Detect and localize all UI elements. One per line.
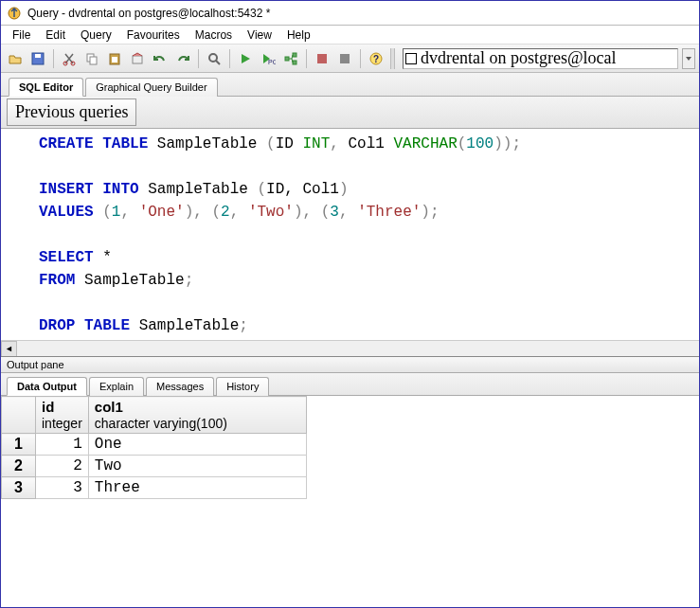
menu-edit[interactable]: Edit: [38, 27, 73, 44]
titlebar: Query - dvdrental on postgres@localhost:…: [1, 1, 699, 26]
result-grid[interactable]: id integer col1 character varying(100) 1…: [1, 396, 699, 607]
row-number[interactable]: 3: [2, 477, 36, 499]
svg-text:?: ?: [373, 54, 379, 64]
undo-icon[interactable]: [150, 48, 171, 69]
corner-header[interactable]: [2, 397, 36, 434]
menu-help[interactable]: Help: [279, 27, 318, 44]
tab-graphical-query-builder[interactable]: Graphical Query Builder: [85, 78, 217, 97]
menu-favourites[interactable]: Favourites: [119, 27, 188, 44]
tab-history[interactable]: History: [216, 377, 269, 396]
sql-editor[interactable]: CREATE TABLE SampleTable (ID INT, Col1 V…: [1, 129, 699, 340]
row-number[interactable]: 2: [2, 456, 36, 477]
menu-view[interactable]: View: [240, 27, 279, 44]
save-icon[interactable]: [27, 48, 48, 69]
column-header-col1[interactable]: col1 character varying(100): [88, 397, 306, 434]
svg-point-10: [209, 54, 217, 62]
cell-col1[interactable]: One: [88, 434, 306, 456]
toolbar-separator: [198, 49, 199, 68]
help-icon[interactable]: ?: [366, 48, 386, 69]
svg-rect-6: [90, 57, 97, 64]
svg-text:PG: PG: [268, 59, 276, 65]
copy-icon[interactable]: [81, 48, 102, 69]
execute-icon[interactable]: [235, 48, 256, 69]
table-row[interactable]: 2 2 Two: [2, 456, 307, 477]
toolbar-separator: [360, 49, 361, 68]
table-row[interactable]: 1 1 One: [2, 434, 307, 456]
cancel-icon[interactable]: [312, 48, 332, 69]
menubar: File Edit Query Favourites Macros View H…: [1, 26, 699, 45]
tab-explain[interactable]: Explain: [89, 377, 144, 396]
svg-rect-8: [112, 57, 117, 63]
db-box-icon: [405, 53, 417, 64]
cell-id[interactable]: 1: [36, 434, 89, 456]
menu-query[interactable]: Query: [73, 27, 119, 44]
scroll-left-icon[interactable]: ◄: [1, 341, 17, 357]
previous-queries-bar: Previous queries: [1, 97, 699, 129]
connection-dropdown-icon[interactable]: [682, 48, 695, 69]
explain-icon[interactable]: [280, 48, 301, 69]
output-pane-label: Output pane: [1, 356, 699, 373]
window-title: Query - dvdrental on postgres@localhost:…: [27, 7, 270, 20]
svg-rect-15: [317, 54, 327, 63]
cell-id[interactable]: 3: [36, 477, 89, 499]
cut-icon[interactable]: [59, 48, 80, 69]
stop-icon[interactable]: [334, 48, 355, 69]
toolbar: PG ? dvdrental on postgres@local: [1, 45, 699, 73]
paste-icon[interactable]: [104, 48, 125, 69]
cell-id[interactable]: 2: [36, 456, 89, 477]
toolbar-separator: [306, 49, 307, 68]
execute-pgscript-icon[interactable]: PG: [258, 48, 278, 69]
output-tabs: Data Output Explain Messages History: [1, 373, 699, 396]
tab-sql-editor[interactable]: SQL Editor: [9, 78, 83, 97]
svg-rect-14: [293, 61, 296, 64]
query-window: Query - dvdrental on postgres@localhost:…: [0, 0, 700, 608]
result-table: id integer col1 character varying(100) 1…: [1, 396, 307, 499]
toolbar-separator: [53, 49, 54, 68]
menu-file[interactable]: File: [5, 27, 38, 44]
cell-col1[interactable]: Three: [88, 477, 306, 499]
app-icon: [7, 6, 22, 21]
tab-data-output[interactable]: Data Output: [7, 377, 87, 396]
connection-label: dvdrental on postgres@local: [421, 48, 617, 68]
menu-macros[interactable]: Macros: [188, 27, 240, 44]
redo-icon[interactable]: [172, 48, 193, 69]
tab-messages[interactable]: Messages: [146, 377, 214, 396]
previous-queries-button[interactable]: Previous queries: [7, 98, 136, 126]
svg-rect-9: [133, 56, 142, 63]
toolbar-grip: [390, 48, 395, 69]
open-icon[interactable]: [5, 48, 26, 69]
toolbar-separator: [229, 49, 230, 68]
svg-rect-16: [340, 54, 350, 63]
svg-rect-2: [35, 54, 41, 58]
sql-code[interactable]: CREATE TABLE SampleTable (ID INT, Col1 V…: [1, 129, 699, 340]
editor-horizontal-scrollbar[interactable]: ◄: [1, 340, 699, 356]
connection-selector[interactable]: dvdrental on postgres@local: [403, 48, 678, 69]
cell-col1[interactable]: Two: [88, 456, 306, 477]
find-icon[interactable]: [204, 48, 224, 69]
svg-rect-13: [293, 53, 296, 57]
clear-icon[interactable]: [127, 48, 148, 69]
row-number[interactable]: 1: [2, 434, 36, 456]
svg-rect-12: [285, 57, 289, 61]
table-row[interactable]: 3 3 Three: [2, 477, 307, 499]
column-header-id[interactable]: id integer: [36, 397, 89, 434]
editor-tabs: SQL Editor Graphical Query Builder: [1, 73, 699, 97]
